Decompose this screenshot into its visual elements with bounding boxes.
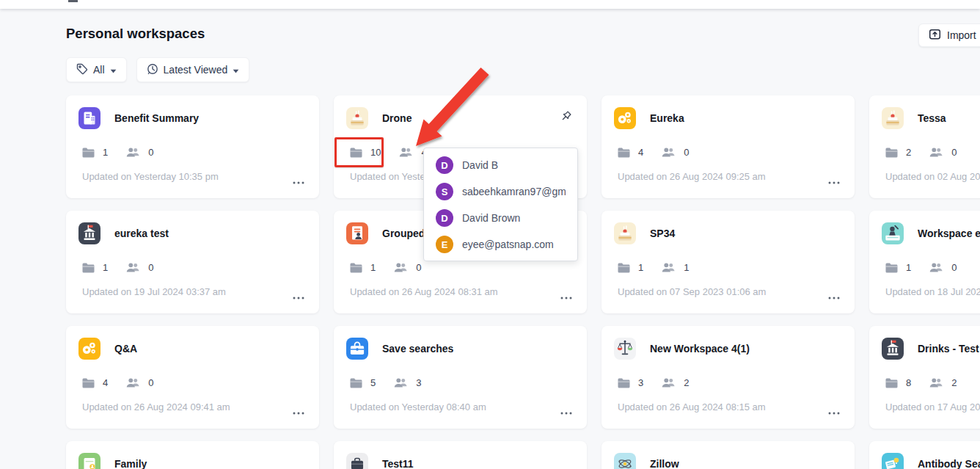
- folder-count: 1: [82, 147, 108, 158]
- member-count-value: 0: [148, 262, 153, 273]
- folder-count-value: 1: [103, 262, 108, 273]
- document-person-icon: [346, 222, 368, 244]
- workspace-card[interactable]: Drinks - Test 8: [869, 326, 980, 429]
- workspace-card[interactable]: Workspace exp 1: [869, 211, 980, 313]
- member-count-value: 0: [684, 147, 689, 158]
- folder-icon: [350, 263, 362, 273]
- people-icon: [929, 263, 943, 272]
- more-menu-icon[interactable]: [293, 404, 304, 418]
- more-menu-icon[interactable]: [828, 404, 840, 418]
- more-menu-icon[interactable]: [828, 289, 840, 302]
- workspace-title: eureka test: [114, 228, 169, 239]
- member-count-value: 2: [951, 377, 957, 388]
- more-menu-icon[interactable]: [828, 174, 840, 187]
- sort-filter-dropdown[interactable]: Latest Viewed: [136, 57, 250, 82]
- tag-filter-dropdown[interactable]: All: [66, 57, 127, 82]
- member-name: David Brown: [462, 212, 520, 224]
- folder-count: 1: [618, 262, 643, 273]
- member-name: eyee@patsnap.com: [462, 239, 554, 250]
- member-row: D David Brown: [424, 205, 577, 231]
- folder-icon: [82, 263, 95, 273]
- updated-text: Updated on Yesterday 08:40 am: [350, 401, 486, 412]
- workspace-card[interactable]: Test11: [334, 441, 587, 469]
- avatar: D: [436, 156, 453, 174]
- workspace-title: Tessa: [918, 112, 946, 124]
- workspace-card[interactable]: eureka test 1: [66, 211, 319, 313]
- updated-text: Updated on Yeste: [350, 171, 425, 182]
- workspace-title: Benefit Summary: [114, 112, 199, 124]
- cake-icon: [882, 107, 904, 129]
- folder-icon: [885, 378, 898, 388]
- workspace-title: Family: [114, 458, 147, 469]
- workspace-stats: 2 0: [885, 147, 957, 158]
- updated-text: Updated on Yesterday 10:35 pm: [82, 171, 219, 182]
- more-menu-icon[interactable]: [560, 404, 572, 418]
- workspace-card[interactable]: Tessa 2: [869, 95, 980, 198]
- workspace-card[interactable]: Eureka 4: [601, 95, 855, 198]
- people-icon: [929, 378, 943, 388]
- chevron-down-icon: [233, 64, 239, 76]
- workspace-stats: 4 0: [82, 377, 153, 388]
- folder-count-value: 2: [906, 147, 911, 158]
- people-icon: [394, 378, 408, 388]
- top-edge-mark: [68, 0, 78, 2]
- updated-text: Updated on 02 Aug 20: [885, 171, 980, 182]
- folder-count: 5: [350, 377, 376, 388]
- workspace-card[interactable]: Save searches 5: [334, 326, 587, 429]
- member-count-value: 0: [951, 147, 957, 158]
- sort-filter-label: Latest Viewed: [164, 64, 228, 76]
- people-icon: [394, 263, 408, 272]
- member-row: D David B: [424, 152, 577, 178]
- more-menu-icon[interactable]: [560, 289, 572, 302]
- folder-count: 8: [885, 377, 911, 388]
- updated-text: Updated on 26 Aug 2024 08:15 am: [618, 401, 766, 412]
- more-menu-icon[interactable]: [293, 174, 304, 187]
- workspace-title: SP34: [650, 228, 675, 239]
- folder-count: 1: [885, 262, 911, 273]
- building-document-icon: [78, 107, 100, 129]
- avatar: D: [436, 209, 453, 227]
- more-menu-icon[interactable]: [293, 289, 304, 302]
- workspace-title: Save searches: [382, 343, 453, 355]
- folder-count-value: 8: [906, 377, 911, 388]
- workspace-stats: 1 1: [618, 262, 689, 273]
- member-count-value: 0: [416, 262, 421, 273]
- updated-text: Updated on 26 Aug 2024 09:25 am: [618, 171, 766, 182]
- member-count: 2: [929, 377, 957, 388]
- folder-icon: [618, 263, 630, 273]
- clock-history-icon: [147, 63, 158, 77]
- workspace-card[interactable]: Family: [66, 441, 319, 469]
- workspace-title: Eureka: [650, 112, 684, 124]
- folder-icon: [885, 263, 898, 273]
- member-count: 2: [662, 377, 689, 388]
- workspace-card[interactable]: New Workspace 4(1) 3: [601, 326, 855, 429]
- workspace-card[interactable]: Antibody Searc: [869, 441, 980, 469]
- workspace-card[interactable]: SP34 1: [601, 211, 855, 313]
- scales-icon: [614, 338, 636, 360]
- people-icon: [662, 263, 676, 272]
- import-button[interactable]: Import: [918, 23, 980, 47]
- workspace-title: Q&A: [114, 343, 137, 355]
- tag-filter-label: All: [93, 64, 105, 76]
- workspace-stats: 1 0: [885, 262, 957, 273]
- workspace-card[interactable]: Q&A 4: [66, 326, 319, 429]
- document-bulb-icon: [882, 453, 904, 469]
- top-bar: [0, 0, 980, 9]
- member-count-value: 3: [416, 377, 421, 388]
- workspace-card[interactable]: Zillow: [601, 441, 855, 469]
- workspace-stats: 10 4: [350, 147, 427, 158]
- pin-icon[interactable]: [560, 110, 572, 126]
- folder-count-value: 1: [638, 262, 643, 273]
- bank-flag-icon: [78, 222, 100, 244]
- workspace-stats: 1 0: [82, 147, 153, 158]
- workspace-card[interactable]: Benefit Summary 1: [66, 95, 319, 198]
- folder-badge-icon: [78, 453, 100, 469]
- updated-text: Updated on 18 Jul 202: [885, 286, 980, 297]
- briefcase-dark-icon: [346, 453, 368, 469]
- avatar: S: [436, 183, 453, 200]
- workspace-title: Antibody Searc: [918, 458, 980, 469]
- avatar: E: [436, 236, 453, 253]
- cake-icon: [346, 107, 368, 129]
- workspace-title: Test11: [382, 458, 414, 469]
- updated-text: Updated on 07 Sep 2023 01:06 am: [618, 286, 766, 297]
